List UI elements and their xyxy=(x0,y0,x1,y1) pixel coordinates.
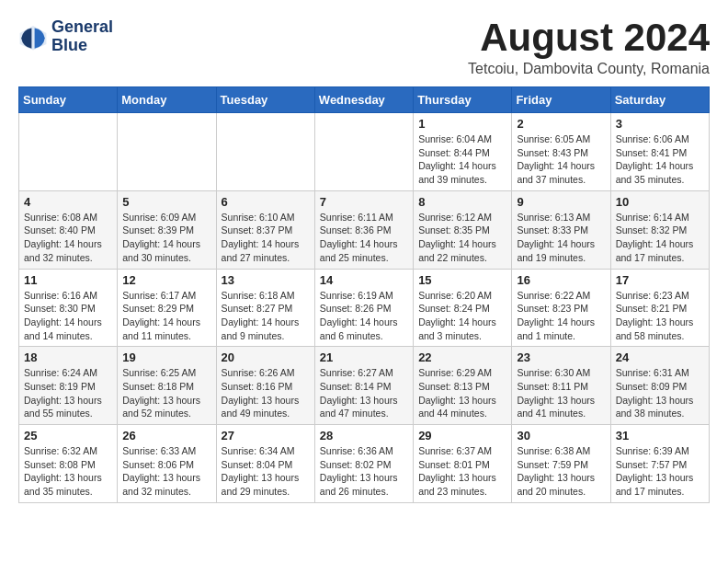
calendar-cell: 13Sunrise: 6:18 AM Sunset: 8:27 PM Dayli… xyxy=(216,269,314,347)
calendar-cell: 12Sunrise: 6:17 AM Sunset: 8:29 PM Dayli… xyxy=(118,269,216,347)
calendar-cell xyxy=(216,113,314,191)
day-number: 27 xyxy=(222,429,310,442)
calendar-cell: 4Sunrise: 6:08 AM Sunset: 8:40 PM Daylig… xyxy=(19,190,118,269)
day-info: Sunrise: 6:26 AM Sunset: 8:16 PM Dayligh… xyxy=(222,366,310,420)
day-info: Sunrise: 6:12 AM Sunset: 8:35 PM Dayligh… xyxy=(418,211,506,265)
day-info: Sunrise: 6:25 AM Sunset: 8:18 PM Dayligh… xyxy=(122,366,210,420)
day-number: 15 xyxy=(418,273,506,287)
day-number: 8 xyxy=(418,195,506,209)
calendar-cell: 24Sunrise: 6:31 AM Sunset: 8:09 PM Dayli… xyxy=(610,347,709,425)
day-info: Sunrise: 6:06 AM Sunset: 8:41 PM Dayligh… xyxy=(616,132,704,187)
calendar-week-row: 18Sunrise: 6:24 AM Sunset: 8:19 PM Dayli… xyxy=(19,347,710,425)
weekday-header: Wednesday xyxy=(314,87,413,113)
calendar-cell: 26Sunrise: 6:33 AM Sunset: 8:06 PM Dayli… xyxy=(118,425,216,503)
day-number: 9 xyxy=(517,195,605,209)
day-number: 3 xyxy=(616,117,704,131)
calendar-cell: 31Sunrise: 6:39 AM Sunset: 7:57 PM Dayli… xyxy=(610,425,709,503)
day-number: 16 xyxy=(517,273,605,287)
day-info: Sunrise: 6:34 AM Sunset: 8:04 PM Dayligh… xyxy=(222,444,310,499)
day-number: 10 xyxy=(616,195,704,209)
weekday-header: Tuesday xyxy=(216,87,314,113)
day-info: Sunrise: 6:11 AM Sunset: 8:36 PM Dayligh… xyxy=(320,211,408,265)
calendar-cell: 21Sunrise: 6:27 AM Sunset: 8:14 PM Dayli… xyxy=(314,347,413,425)
day-info: Sunrise: 6:20 AM Sunset: 8:24 PM Dayligh… xyxy=(418,289,506,343)
day-number: 31 xyxy=(616,429,704,442)
day-number: 14 xyxy=(320,273,408,287)
day-number: 1 xyxy=(418,117,506,131)
day-number: 5 xyxy=(122,195,210,209)
calendar-cell: 6Sunrise: 6:10 AM Sunset: 8:37 PM Daylig… xyxy=(216,190,314,269)
day-number: 28 xyxy=(320,429,408,442)
day-info: Sunrise: 6:08 AM Sunset: 8:40 PM Dayligh… xyxy=(24,211,112,265)
day-info: Sunrise: 6:27 AM Sunset: 8:14 PM Dayligh… xyxy=(320,366,408,420)
day-number: 22 xyxy=(418,350,506,364)
day-number: 26 xyxy=(122,429,210,442)
day-info: Sunrise: 6:17 AM Sunset: 8:29 PM Dayligh… xyxy=(122,289,210,343)
calendar-week-row: 11Sunrise: 6:16 AM Sunset: 8:30 PM Dayli… xyxy=(19,269,710,347)
day-info: Sunrise: 6:37 AM Sunset: 8:01 PM Dayligh… xyxy=(418,444,506,499)
calendar-cell xyxy=(314,113,413,191)
day-info: Sunrise: 6:32 AM Sunset: 8:08 PM Dayligh… xyxy=(24,444,112,499)
calendar-cell: 9Sunrise: 6:13 AM Sunset: 8:33 PM Daylig… xyxy=(512,190,610,269)
day-number: 2 xyxy=(517,117,605,131)
logo: General Blue xyxy=(18,18,113,55)
calendar-cell: 3Sunrise: 6:06 AM Sunset: 8:41 PM Daylig… xyxy=(610,113,709,191)
calendar-cell: 28Sunrise: 6:36 AM Sunset: 8:02 PM Dayli… xyxy=(314,425,413,503)
day-number: 7 xyxy=(320,195,408,209)
logo-text: General Blue xyxy=(51,18,113,55)
day-number: 6 xyxy=(222,195,310,209)
calendar-cell: 19Sunrise: 6:25 AM Sunset: 8:18 PM Dayli… xyxy=(118,347,216,425)
calendar-cell: 22Sunrise: 6:29 AM Sunset: 8:13 PM Dayli… xyxy=(414,347,512,425)
day-info: Sunrise: 6:30 AM Sunset: 8:11 PM Dayligh… xyxy=(517,366,605,420)
day-info: Sunrise: 6:39 AM Sunset: 7:57 PM Dayligh… xyxy=(616,444,704,499)
day-number: 18 xyxy=(24,350,112,364)
calendar-cell: 25Sunrise: 6:32 AM Sunset: 8:08 PM Dayli… xyxy=(19,425,118,503)
calendar-cell: 8Sunrise: 6:12 AM Sunset: 8:35 PM Daylig… xyxy=(414,190,512,269)
day-number: 20 xyxy=(222,350,310,364)
day-info: Sunrise: 6:04 AM Sunset: 8:44 PM Dayligh… xyxy=(418,132,506,187)
day-number: 13 xyxy=(222,273,310,287)
calendar-cell: 17Sunrise: 6:23 AM Sunset: 8:21 PM Dayli… xyxy=(610,269,709,347)
calendar-cell xyxy=(19,113,118,191)
day-number: 21 xyxy=(320,350,408,364)
weekday-row: SundayMondayTuesdayWednesdayThursdayFrid… xyxy=(19,87,710,113)
calendar-week-row: 25Sunrise: 6:32 AM Sunset: 8:08 PM Dayli… xyxy=(19,425,710,503)
calendar-cell: 15Sunrise: 6:20 AM Sunset: 8:24 PM Dayli… xyxy=(414,269,512,347)
day-number: 30 xyxy=(517,429,605,442)
calendar-cell: 14Sunrise: 6:19 AM Sunset: 8:26 PM Dayli… xyxy=(314,269,413,347)
day-number: 4 xyxy=(24,195,112,209)
calendar-cell: 2Sunrise: 6:05 AM Sunset: 8:43 PM Daylig… xyxy=(512,113,610,191)
page-header: General Blue August 2024 Tetcoiu, Dambov… xyxy=(18,18,710,77)
calendar-cell: 16Sunrise: 6:22 AM Sunset: 8:23 PM Dayli… xyxy=(512,269,610,347)
day-number: 25 xyxy=(24,429,112,442)
day-info: Sunrise: 6:13 AM Sunset: 8:33 PM Dayligh… xyxy=(517,211,605,265)
weekday-header: Saturday xyxy=(610,87,709,113)
calendar-week-row: 1Sunrise: 6:04 AM Sunset: 8:44 PM Daylig… xyxy=(19,113,710,191)
day-info: Sunrise: 6:36 AM Sunset: 8:02 PM Dayligh… xyxy=(320,444,408,499)
calendar-cell: 29Sunrise: 6:37 AM Sunset: 8:01 PM Dayli… xyxy=(414,425,512,503)
day-info: Sunrise: 6:22 AM Sunset: 8:23 PM Dayligh… xyxy=(517,289,605,343)
calendar-title: August 2024 xyxy=(468,18,710,57)
weekday-header: Sunday xyxy=(19,87,118,113)
calendar-cell: 20Sunrise: 6:26 AM Sunset: 8:16 PM Dayli… xyxy=(216,347,314,425)
day-info: Sunrise: 6:05 AM Sunset: 8:43 PM Dayligh… xyxy=(517,132,605,187)
day-info: Sunrise: 6:31 AM Sunset: 8:09 PM Dayligh… xyxy=(616,366,704,420)
day-info: Sunrise: 6:14 AM Sunset: 8:32 PM Dayligh… xyxy=(616,211,704,265)
day-info: Sunrise: 6:33 AM Sunset: 8:06 PM Dayligh… xyxy=(122,444,210,499)
day-number: 17 xyxy=(616,273,704,287)
day-info: Sunrise: 6:38 AM Sunset: 7:59 PM Dayligh… xyxy=(517,444,605,499)
day-number: 19 xyxy=(122,350,210,364)
calendar-cell: 5Sunrise: 6:09 AM Sunset: 8:39 PM Daylig… xyxy=(118,190,216,269)
day-number: 12 xyxy=(122,273,210,287)
calendar-body: 1Sunrise: 6:04 AM Sunset: 8:44 PM Daylig… xyxy=(19,113,710,503)
weekday-header: Monday xyxy=(118,87,216,113)
day-number: 29 xyxy=(418,429,506,442)
day-info: Sunrise: 6:10 AM Sunset: 8:37 PM Dayligh… xyxy=(222,211,310,265)
day-info: Sunrise: 6:24 AM Sunset: 8:19 PM Dayligh… xyxy=(24,366,112,420)
logo-icon xyxy=(18,22,48,52)
weekday-header: Thursday xyxy=(414,87,512,113)
calendar-week-row: 4Sunrise: 6:08 AM Sunset: 8:40 PM Daylig… xyxy=(19,190,710,269)
day-info: Sunrise: 6:19 AM Sunset: 8:26 PM Dayligh… xyxy=(320,289,408,343)
calendar-header: SundayMondayTuesdayWednesdayThursdayFrid… xyxy=(19,87,710,113)
day-info: Sunrise: 6:16 AM Sunset: 8:30 PM Dayligh… xyxy=(24,289,112,343)
